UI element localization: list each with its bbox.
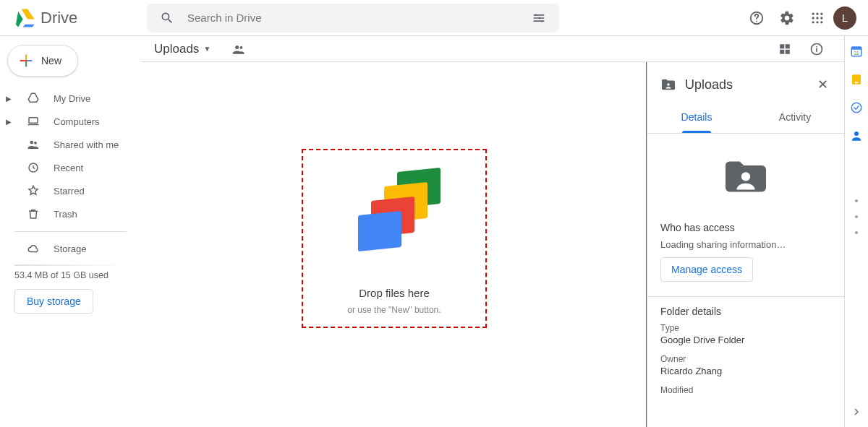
folder-preview [647,134,844,213]
svg-point-5 [812,12,814,14]
sidebar-item-label: Storage [54,243,87,254]
svg-point-25 [816,46,817,47]
search-options-icon[interactable] [524,4,553,33]
sidebar-item-trash[interactable]: Trash [0,202,141,225]
manage-access-button[interactable]: Manage access [660,257,753,282]
sidebar-item-storage[interactable]: Storage [0,237,141,260]
help-icon[interactable] [742,4,771,33]
svg-point-16 [34,142,37,145]
nav-list: ▶ My Drive ▶ Computers Shared with me Re… [0,87,141,260]
collapse-rail-icon[interactable] [851,406,862,420]
close-icon[interactable]: ✕ [814,74,831,95]
new-button-label: New [41,55,61,66]
people-icon [26,138,41,151]
svg-point-11 [812,21,814,23]
share-people-icon[interactable] [225,36,254,64]
keep-app-icon[interactable] [850,73,863,88]
apps-grid-icon[interactable] [803,4,832,33]
svg-point-2 [541,20,543,22]
app-header: Drive L [0,0,868,36]
svg-point-0 [535,14,537,16]
sidebar-item-my-drive[interactable]: ▶ My Drive [0,87,141,110]
access-title: Who has access [660,222,831,233]
svg-rect-29 [851,47,861,50]
contacts-app-icon[interactable] [850,129,863,145]
side-rail: 31 [844,36,868,427]
svg-point-7 [820,12,822,14]
app-name: Drive [41,9,77,27]
laptop-icon [26,115,41,128]
chevron-right-icon[interactable]: ▶ [6,95,13,103]
buy-storage-button[interactable]: Buy storage [14,289,93,314]
svg-point-18 [235,46,239,49]
search-input[interactable] [182,12,524,24]
path-bar: Uploads ▼ [141,36,844,62]
svg-rect-14 [29,118,38,124]
trash-icon [26,207,41,220]
drop-zone-highlight: Drop files here or use the "New" button. [302,149,487,328]
shared-folder-icon [660,78,676,91]
cloud-icon [26,242,41,255]
type-label: Type [660,323,831,333]
svg-point-12 [816,21,818,23]
main-area: Uploads ▼ Drop files here [141,36,844,427]
details-tabs: Details Activity [647,101,844,134]
owner-value: Ricardo Zhang [660,366,831,376]
svg-rect-20 [780,44,784,48]
star-icon [26,184,41,197]
sidebar-item-computers[interactable]: ▶ Computers [0,110,141,133]
svg-rect-32 [855,82,859,83]
type-value: Google Drive Folder [660,335,831,345]
search-icon[interactable] [153,4,182,33]
svg-point-34 [854,131,859,136]
svg-point-27 [741,172,750,181]
sidebar-item-label: Shared with me [54,139,119,150]
drive-logo[interactable]: Drive [6,9,147,27]
settings-icon[interactable] [773,4,801,33]
folder-details-title: Folder details [660,306,831,317]
storage-used-text: 53.4 MB of 15 GB used [14,270,127,280]
rail-dot [855,215,858,218]
modified-label: Modified [660,385,831,395]
clock-icon [26,161,41,174]
chevron-right-icon[interactable]: ▶ [6,118,13,126]
sidebar-item-label: Starred [54,186,85,197]
sidebar-item-starred[interactable]: Starred [0,179,141,202]
info-icon[interactable] [802,36,831,64]
rail-dot [855,231,858,234]
plus-icon [18,53,34,69]
svg-point-9 [816,17,818,19]
drive-logo-icon [14,9,35,27]
drop-area[interactable]: Drop files here or use the "New" button. [141,62,647,427]
chevron-down-icon[interactable]: ▼ [203,45,210,53]
tab-details[interactable]: Details [647,101,746,133]
search-bar[interactable] [147,4,559,33]
owner-label: Owner [660,354,831,364]
details-panel: Uploads ✕ Details Activity Who has acces… [647,62,844,427]
svg-point-33 [851,103,861,113]
svg-rect-23 [786,49,790,53]
details-title: Uploads [685,77,806,92]
rail-dot [855,199,858,202]
sidebar-item-label: Trash [54,209,77,220]
sidebar-item-label: My Drive [54,93,90,104]
tab-activity[interactable]: Activity [746,101,844,133]
svg-point-6 [816,12,818,14]
tasks-app-icon[interactable] [850,101,863,116]
account-avatar[interactable]: L [833,7,856,30]
header-right: L [742,4,862,33]
content-row: Drop files here or use the "New" button.… [141,62,844,427]
grid-view-icon[interactable] [770,36,799,64]
sidebar-item-label: Recent [54,163,83,173]
access-section: Who has access Loading sharing informati… [647,213,844,290]
calendar-app-icon[interactable]: 31 [850,45,863,60]
sidebar-item-shared[interactable]: Shared with me [0,133,141,156]
access-loading-text: Loading sharing information… [660,239,831,250]
breadcrumb[interactable]: Uploads [154,42,199,56]
svg-point-13 [820,21,822,23]
storage-bar [14,264,127,266]
new-button[interactable]: New [7,45,78,77]
folder-details-section: Folder details Type Google Drive Folder … [647,297,844,405]
sidebar-item-recent[interactable]: Recent [0,156,141,179]
svg-rect-22 [780,49,784,53]
